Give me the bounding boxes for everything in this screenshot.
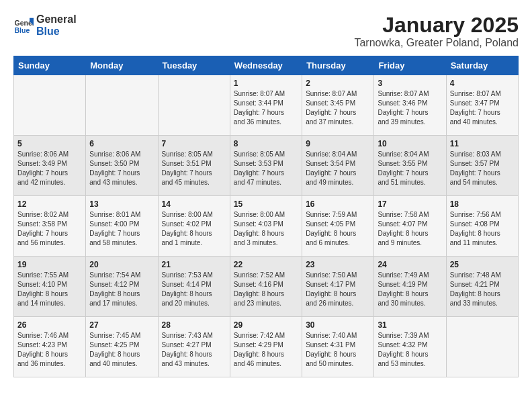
day-number: 12 [17,199,82,209]
calendar-day-cell [14,75,86,136]
calendar-day-cell: 25Sunrise: 7:48 AM Sunset: 4:21 PM Dayli… [446,257,518,317]
calendar-header: SundayMondayTuesdayWednesdayThursdayFrid… [14,56,519,75]
calendar-day-cell: 17Sunrise: 7:58 AM Sunset: 4:07 PM Dayli… [374,196,446,257]
day-info: Sunrise: 7:49 AM Sunset: 4:19 PM Dayligh… [378,271,442,308]
calendar-week-row: 5Sunrise: 8:06 AM Sunset: 3:49 PM Daylig… [14,136,519,196]
day-info: Sunrise: 8:06 AM Sunset: 3:50 PM Dayligh… [89,150,154,187]
day-number: 5 [17,139,82,148]
calendar-day-cell: 24Sunrise: 7:49 AM Sunset: 4:19 PM Dayli… [374,257,446,317]
day-number: 18 [450,199,515,209]
day-number: 28 [162,320,226,330]
calendar-day-cell: 3Sunrise: 8:07 AM Sunset: 3:46 PM Daylig… [374,75,446,136]
days-of-week-row: SundayMondayTuesdayWednesdayThursdayFrid… [14,56,519,75]
calendar-week-row: 19Sunrise: 7:55 AM Sunset: 4:10 PM Dayli… [14,257,519,317]
day-number: 16 [306,199,370,209]
calendar-day-cell: 21Sunrise: 7:53 AM Sunset: 4:14 PM Dayli… [158,257,230,317]
calendar-day-cell: 15Sunrise: 8:00 AM Sunset: 4:03 PM Dayli… [230,196,302,257]
day-number: 15 [234,199,298,209]
day-number: 17 [378,199,442,209]
day-of-week-header: Wednesday [230,56,302,75]
day-number: 1 [234,79,298,88]
calendar-day-cell: 22Sunrise: 7:52 AM Sunset: 4:16 PM Dayli… [230,257,302,317]
day-of-week-header: Saturday [446,56,518,75]
calendar-day-cell: 11Sunrise: 8:03 AM Sunset: 3:57 PM Dayli… [446,136,518,196]
day-of-week-header: Tuesday [158,56,230,75]
day-number: 8 [234,139,298,148]
page-header: General Blue General Blue January 2025 T… [13,13,519,49]
calendar-week-row: 26Sunrise: 7:46 AM Sunset: 4:23 PM Dayli… [14,317,519,377]
calendar-day-cell: 8Sunrise: 8:05 AM Sunset: 3:53 PM Daylig… [230,136,302,196]
day-info: Sunrise: 7:42 AM Sunset: 4:29 PM Dayligh… [234,331,298,369]
day-info: Sunrise: 8:04 AM Sunset: 3:55 PM Dayligh… [378,150,442,187]
day-number: 31 [378,320,442,330]
calendar-title: January 2025 [354,13,519,37]
day-info: Sunrise: 7:58 AM Sunset: 4:07 PM Dayligh… [378,210,442,248]
calendar-day-cell: 5Sunrise: 8:06 AM Sunset: 3:49 PM Daylig… [14,136,86,196]
day-number: 14 [162,199,226,209]
day-info: Sunrise: 7:53 AM Sunset: 4:14 PM Dayligh… [162,271,226,308]
day-info: Sunrise: 7:45 AM Sunset: 4:25 PM Dayligh… [89,331,154,369]
day-info: Sunrise: 8:07 AM Sunset: 3:46 PM Dayligh… [378,89,442,127]
calendar-day-cell: 2Sunrise: 8:07 AM Sunset: 3:45 PM Daylig… [302,75,374,136]
calendar-day-cell: 13Sunrise: 8:01 AM Sunset: 4:00 PM Dayli… [86,196,158,257]
calendar-day-cell: 29Sunrise: 7:42 AM Sunset: 4:29 PM Dayli… [230,317,302,377]
day-number: 21 [162,260,226,269]
day-info: Sunrise: 7:54 AM Sunset: 4:12 PM Dayligh… [89,271,154,308]
calendar-day-cell: 31Sunrise: 7:39 AM Sunset: 4:32 PM Dayli… [374,317,446,377]
calendar-day-cell: 27Sunrise: 7:45 AM Sunset: 4:25 PM Dayli… [86,317,158,377]
calendar-day-cell [446,317,518,377]
day-number: 9 [306,139,370,148]
day-info: Sunrise: 7:55 AM Sunset: 4:10 PM Dayligh… [17,271,82,308]
day-number: 10 [378,139,442,148]
calendar-day-cell: 7Sunrise: 8:05 AM Sunset: 3:51 PM Daylig… [158,136,230,196]
day-of-week-header: Thursday [302,56,374,75]
day-number: 2 [306,79,370,88]
calendar-day-cell: 18Sunrise: 7:56 AM Sunset: 4:08 PM Dayli… [446,196,518,257]
calendar-day-cell: 14Sunrise: 8:00 AM Sunset: 4:02 PM Dayli… [158,196,230,257]
calendar-day-cell: 26Sunrise: 7:46 AM Sunset: 4:23 PM Dayli… [14,317,86,377]
calendar-subtitle: Tarnowka, Greater Poland, Poland [354,37,519,49]
day-number: 23 [306,260,370,269]
day-number: 13 [89,199,154,209]
day-info: Sunrise: 7:39 AM Sunset: 4:32 PM Dayligh… [378,331,442,369]
day-info: Sunrise: 8:00 AM Sunset: 4:03 PM Dayligh… [234,210,298,248]
day-number: 30 [306,320,370,330]
day-info: Sunrise: 8:06 AM Sunset: 3:49 PM Dayligh… [17,150,82,187]
calendar-day-cell: 12Sunrise: 8:02 AM Sunset: 3:58 PM Dayli… [14,196,86,257]
day-info: Sunrise: 8:03 AM Sunset: 3:57 PM Dayligh… [450,150,515,187]
day-of-week-header: Sunday [14,56,86,75]
title-block: January 2025 Tarnowka, Greater Poland, P… [354,13,519,49]
day-number: 7 [162,139,226,148]
day-number: 4 [450,79,515,88]
day-info: Sunrise: 7:59 AM Sunset: 4:05 PM Dayligh… [306,210,370,248]
calendar-day-cell: 28Sunrise: 7:43 AM Sunset: 4:27 PM Dayli… [158,317,230,377]
calendar-table: SundayMondayTuesdayWednesdayThursdayFrid… [13,56,519,377]
logo-general-text: General [36,13,77,25]
calendar-day-cell: 6Sunrise: 8:06 AM Sunset: 3:50 PM Daylig… [86,136,158,196]
logo-blue-text: Blue [36,26,60,37]
logo: General Blue General Blue [13,13,77,38]
day-info: Sunrise: 8:01 AM Sunset: 4:00 PM Dayligh… [89,210,154,248]
day-of-week-header: Friday [374,56,446,75]
day-info: Sunrise: 7:56 AM Sunset: 4:08 PM Dayligh… [450,210,515,248]
logo-icon: General Blue [13,15,34,36]
day-number: 24 [378,260,442,269]
day-info: Sunrise: 8:05 AM Sunset: 3:53 PM Dayligh… [234,150,298,187]
day-info: Sunrise: 8:07 AM Sunset: 3:47 PM Dayligh… [450,89,515,127]
day-info: Sunrise: 8:00 AM Sunset: 4:02 PM Dayligh… [162,210,226,248]
calendar-day-cell: 20Sunrise: 7:54 AM Sunset: 4:12 PM Dayli… [86,257,158,317]
svg-text:Blue: Blue [15,26,30,34]
day-of-week-header: Monday [86,56,158,75]
day-info: Sunrise: 8:04 AM Sunset: 3:54 PM Dayligh… [306,150,370,187]
day-number: 22 [234,260,298,269]
day-info: Sunrise: 7:50 AM Sunset: 4:17 PM Dayligh… [306,271,370,308]
day-info: Sunrise: 8:02 AM Sunset: 3:58 PM Dayligh… [17,210,82,248]
day-info: Sunrise: 7:48 AM Sunset: 4:21 PM Dayligh… [450,271,515,308]
day-number: 27 [89,320,154,330]
day-info: Sunrise: 8:05 AM Sunset: 3:51 PM Dayligh… [162,150,226,187]
calendar-day-cell [86,75,158,136]
day-number: 25 [450,260,515,269]
calendar-day-cell: 23Sunrise: 7:50 AM Sunset: 4:17 PM Dayli… [302,257,374,317]
calendar-day-cell: 16Sunrise: 7:59 AM Sunset: 4:05 PM Dayli… [302,196,374,257]
calendar-day-cell: 10Sunrise: 8:04 AM Sunset: 3:55 PM Dayli… [374,136,446,196]
